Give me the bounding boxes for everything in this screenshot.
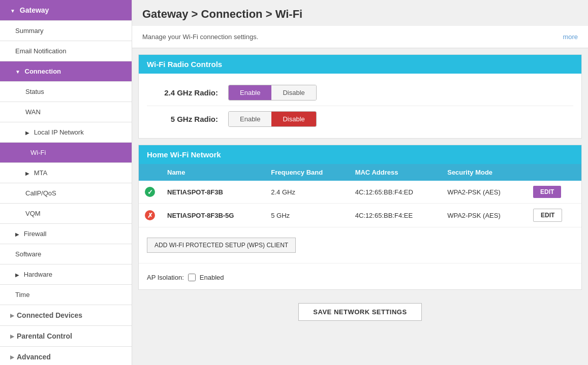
sidebar-item-connection[interactable]: ▼ Connection: [0, 61, 132, 82]
col-mac-header: MAC Address: [349, 164, 442, 181]
sidebar-time-label: Time: [15, 291, 29, 298]
arrow-right-icon4: ▶: [15, 272, 19, 278]
sidebar-item-firewall[interactable]: ▶ Firewall: [0, 224, 132, 244]
ap-isolation-row: AP Isolation: Enabled: [147, 269, 573, 283]
sidebar-item-connected-devices[interactable]: Connected Devices: [0, 305, 132, 326]
wifi-radio-section: Wi-Fi Radio Controls 2.4 GHz Radio: Enab…: [138, 54, 582, 139]
page-description: Manage your Wi-Fi connection settings.: [142, 33, 258, 41]
page-title: Gateway > Connection > Wi-Fi: [132, 0, 588, 26]
more-link[interactable]: more: [563, 33, 578, 41]
radio-5-enable-btn[interactable]: Enable: [229, 112, 271, 126]
sidebar-mta-label: MTA: [34, 169, 47, 177]
network-mac-cell: 4C:12:65:BB:F4:EE: [349, 204, 442, 227]
sidebar-item-status[interactable]: Status: [0, 82, 132, 102]
arrow-right-icon: ▶: [25, 130, 29, 136]
network-name-cell: NETIASPOT-8F3B: [161, 181, 265, 204]
active-status-icon: ✓: [145, 187, 155, 197]
edit-btn-0[interactable]: EDIT: [533, 186, 561, 198]
inactive-status-icon: ✗: [145, 210, 155, 220]
table-row: ✓NETIASPOT-8F3B2.4 GHz4C:12:65:BB:F4:EDW…: [139, 181, 581, 204]
radio-24-disable-btn[interactable]: Disable: [271, 85, 316, 100]
sidebar-item-local-ip[interactable]: ▶ Local IP Network: [0, 122, 132, 143]
sidebar-item-mta[interactable]: ▶ MTA: [0, 163, 132, 183]
arrow-right-icon2: ▶: [25, 171, 29, 176]
arrow-down-icon: ▼: [10, 8, 15, 14]
col-security-header: Security Mode: [441, 164, 527, 181]
network-status-cell: ✗: [139, 204, 161, 227]
col-freq-header: Frequency Band: [265, 164, 349, 181]
home-wifi-section: Home Wi-Fi Network Name Frequency Band M…: [138, 145, 582, 290]
ap-isolation-container: AP Isolation: Enabled: [139, 263, 581, 289]
sidebar-connection-label: Connection: [25, 68, 61, 75]
main-content: Gateway > Connection > Wi-Fi Manage your…: [132, 0, 588, 365]
sidebar-parental-label: Parental Control: [17, 332, 72, 340]
network-freq-cell: 2.4 GHz: [265, 181, 349, 204]
sidebar-vqm-label: VQM: [25, 210, 41, 217]
arrow-down-icon2: ▼: [15, 69, 20, 75]
sidebar-advanced-label: Advanced: [17, 353, 51, 361]
sidebar-local-ip-label: Local IP Network: [34, 128, 84, 136]
wifi-radio-section-header: Wi-Fi Radio Controls: [139, 55, 581, 74]
save-bar: SAVE NETWORK SETTINGS: [132, 296, 588, 331]
network-security-cell: WPA2-PSK (AES): [441, 204, 527, 227]
network-name-cell: NETIASPOT-8F3B-5G: [161, 204, 265, 227]
sidebar-email-label: Email Notification: [15, 47, 66, 55]
col-status: [139, 164, 161, 181]
sidebar-item-summary[interactable]: Summary: [0, 21, 132, 41]
sidebar-item-hardware[interactable]: ▶ Hardware: [0, 264, 132, 285]
col-name-header: Name: [161, 164, 265, 181]
ap-isolation-label: AP Isolation:: [147, 274, 184, 281]
radio-5-toggle: Enable Disable: [228, 111, 317, 127]
sidebar-callp-label: CallP/QoS: [25, 189, 56, 197]
radio-5-label: 5 GHz Radio:: [147, 115, 228, 123]
network-edit-cell: EDIT: [527, 181, 581, 204]
sidebar-item-parental-control[interactable]: Parental Control: [0, 326, 132, 347]
sidebar-item-email[interactable]: Email Notification: [0, 41, 132, 61]
sidebar-wan-label: WAN: [25, 108, 41, 116]
sidebar: ▼ Gateway Summary Email Notification ▼ C…: [0, 0, 132, 365]
network-mac-cell: 4C:12:65:BB:F4:ED: [349, 181, 442, 204]
info-bar: Manage your Wi-Fi connection settings. m…: [132, 26, 588, 48]
sidebar-wifi-label: Wi-Fi: [30, 149, 46, 156]
sidebar-item-wifi[interactable]: Wi-Fi: [0, 143, 132, 163]
arrow-right-icon5: [10, 313, 14, 318]
sidebar-summary-label: Summary: [15, 27, 44, 35]
table-row: ✗NETIASPOT-8F3B-5G5 GHz4C:12:65:BB:F4:EE…: [139, 204, 581, 227]
wps-btn[interactable]: ADD WI-FI PROTECTED SETUP (WPS) CLIENT: [147, 238, 296, 253]
sidebar-gateway-label: Gateway: [20, 6, 49, 14]
sidebar-hardware-label: Hardware: [24, 271, 52, 278]
sidebar-item-wan[interactable]: WAN: [0, 102, 132, 122]
sidebar-item-software[interactable]: Software: [0, 244, 132, 264]
home-wifi-section-header: Home Wi-Fi Network: [139, 145, 581, 164]
wifi-radio-body: 2.4 GHz Radio: Enable Disable 5 GHz Radi…: [139, 74, 581, 138]
sidebar-connected-devices-label: Connected Devices: [17, 311, 82, 319]
col-edit-header: [527, 164, 581, 181]
sidebar-item-gateway[interactable]: ▼ Gateway: [0, 0, 132, 21]
sidebar-item-callp[interactable]: CallP/QoS: [0, 183, 132, 204]
arrow-right-icon3: ▶: [15, 231, 19, 237]
sidebar-firewall-label: Firewall: [24, 230, 47, 238]
network-edit-cell: EDIT: [527, 204, 581, 227]
radio-24-toggle: Enable Disable: [228, 85, 317, 101]
radio-24-row: 2.4 GHz Radio: Enable Disable: [147, 80, 573, 106]
sidebar-item-advanced[interactable]: Advanced: [0, 347, 132, 365]
radio-24-label: 2.4 GHz Radio:: [147, 88, 228, 97]
sidebar-item-time[interactable]: Time: [0, 285, 132, 305]
home-wifi-body: Name Frequency Band MAC Address Security…: [139, 164, 581, 289]
wps-container: ADD WI-FI PROTECTED SETUP (WPS) CLIENT: [139, 227, 581, 263]
sidebar-item-vqm[interactable]: VQM: [0, 204, 132, 224]
sidebar-software-label: Software: [15, 250, 41, 258]
radio-24-enable-btn[interactable]: Enable: [229, 85, 271, 100]
arrow-right-icon7: [10, 354, 14, 360]
save-network-settings-btn[interactable]: SAVE NETWORK SETTINGS: [298, 303, 421, 321]
network-security-cell: WPA2-PSK (AES): [441, 181, 527, 204]
radio-5-row: 5 GHz Radio: Enable Disable: [147, 106, 573, 132]
network-freq-cell: 5 GHz: [265, 204, 349, 227]
radio-5-disable-btn[interactable]: Disable: [271, 112, 316, 126]
network-status-cell: ✓: [139, 181, 161, 204]
sidebar-status-label: Status: [25, 88, 44, 95]
network-table: Name Frequency Band MAC Address Security…: [139, 164, 581, 227]
ap-isolation-checkbox[interactable]: [188, 274, 196, 281]
arrow-right-icon6: [10, 334, 14, 339]
edit-btn-1[interactable]: EDIT: [533, 209, 562, 222]
